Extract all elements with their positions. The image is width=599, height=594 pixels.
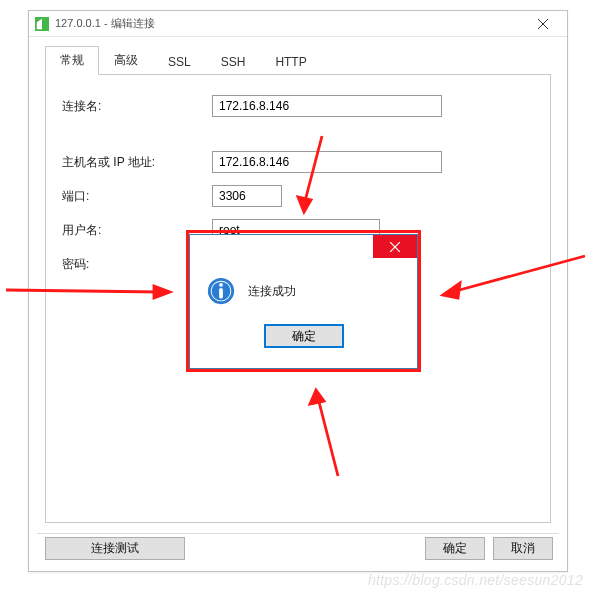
tab-general[interactable]: 常规 bbox=[45, 46, 99, 75]
label-host: 主机名或 IP 地址: bbox=[62, 154, 212, 171]
test-connection-button[interactable]: 连接测试 bbox=[45, 537, 185, 560]
cancel-button[interactable]: 取消 bbox=[493, 537, 553, 560]
tab-http[interactable]: HTTP bbox=[260, 49, 321, 75]
row-port: 端口: bbox=[62, 183, 534, 209]
tab-ssl[interactable]: SSL bbox=[153, 49, 206, 75]
close-icon bbox=[390, 242, 400, 252]
input-port[interactable] bbox=[212, 185, 282, 207]
row-connection-name: 连接名: bbox=[62, 93, 534, 119]
dialog-ok-button[interactable]: 确定 bbox=[264, 324, 344, 348]
svg-rect-9 bbox=[219, 288, 223, 298]
watermark: https://blog.csdn.net/seesun2012 bbox=[368, 572, 583, 588]
buttonbar: 连接测试 确定 取消 bbox=[37, 533, 559, 563]
close-icon bbox=[538, 19, 548, 29]
dialog-button-area: 确定 bbox=[190, 312, 417, 360]
dialog-message: 连接成功 bbox=[248, 283, 296, 300]
dialog-body: 连接成功 bbox=[190, 264, 417, 312]
info-icon bbox=[206, 276, 236, 306]
titlebar[interactable]: 127.0.0.1 - 编辑连接 bbox=[29, 11, 567, 37]
tab-ssh[interactable]: SSH bbox=[206, 49, 261, 75]
label-connection-name: 连接名: bbox=[62, 98, 212, 115]
app-icon bbox=[35, 17, 49, 31]
label-port: 端口: bbox=[62, 188, 212, 205]
svg-point-8 bbox=[219, 283, 223, 287]
ok-button[interactable]: 确定 bbox=[425, 537, 485, 560]
close-button[interactable] bbox=[529, 15, 557, 33]
tabs: 常规 高级 SSL SSH HTTP bbox=[45, 49, 559, 75]
dialog-close-button[interactable] bbox=[373, 235, 417, 258]
row-host: 主机名或 IP 地址: bbox=[62, 149, 534, 175]
window-title: 127.0.0.1 - 编辑连接 bbox=[55, 16, 155, 31]
input-connection-name[interactable] bbox=[212, 95, 442, 117]
success-dialog: 连接成功 确定 bbox=[189, 234, 418, 369]
tab-advanced[interactable]: 高级 bbox=[99, 46, 153, 75]
dialog-titlebar[interactable] bbox=[190, 235, 417, 264]
input-host[interactable] bbox=[212, 151, 442, 173]
